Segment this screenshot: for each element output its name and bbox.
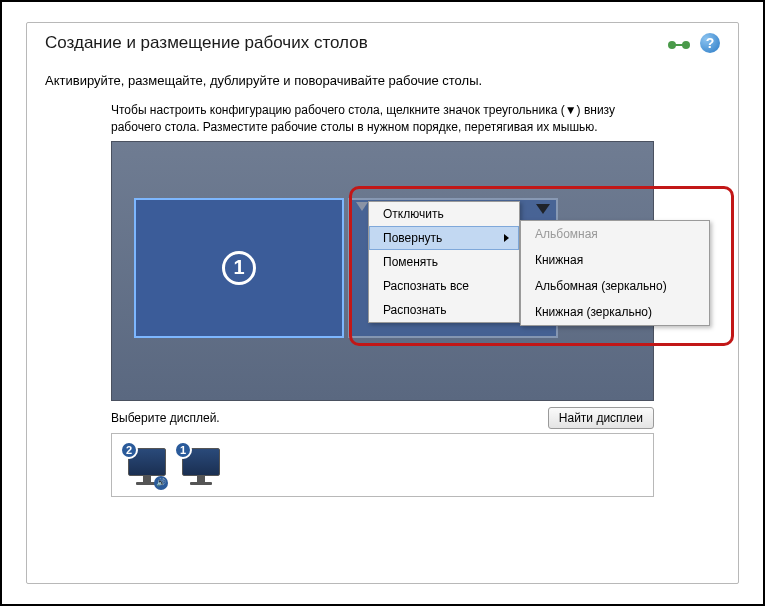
chevron-down-icon[interactable] [536, 204, 550, 214]
window-header: Создание и размещение рабочих столов ? [27, 23, 738, 59]
display-number-badge: 2 [120, 441, 138, 459]
submenu-arrow-icon [504, 234, 509, 242]
chevron-down-icon [356, 202, 368, 211]
display-number-badge: 1 [174, 441, 192, 459]
menu-item-swap[interactable]: Поменять [369, 250, 519, 274]
monitor-number-badge: 1 [222, 251, 256, 285]
desktop-monitor-1[interactable]: 1 [134, 198, 344, 338]
menu-item-identify-all[interactable]: Распознать все [369, 274, 519, 298]
submenu-item-portrait[interactable]: Книжная [521, 247, 709, 273]
page-title: Создание и размещение рабочих столов [45, 33, 668, 53]
find-displays-button[interactable]: Найти дисплеи [548, 407, 654, 429]
rotate-submenu: Альбомная Книжная Альбомная (зеркально) … [520, 220, 710, 326]
select-display-label: Выберите дисплей. [111, 411, 548, 425]
submenu-item-landscape: Альбомная [521, 221, 709, 247]
page-subtitle: Активируйте, размещайте, дублируйте и по… [27, 59, 738, 88]
context-menu: Отключить Повернуть Поменять Распознать … [368, 201, 520, 323]
home-theater-icon[interactable] [668, 36, 690, 50]
menu-item-identify[interactable]: Распознать [369, 298, 519, 322]
submenu-item-landscape-flipped[interactable]: Альбомная (зеркально) [521, 273, 709, 299]
display-thumb-1[interactable]: 1 [172, 439, 224, 491]
menu-item-disable[interactable]: Отключить [369, 202, 519, 226]
audio-icon: 🔊 [154, 476, 168, 490]
display-thumb-2[interactable]: 2 🔊 [118, 439, 170, 491]
submenu-item-portrait-flipped[interactable]: Книжная (зеркально) [521, 299, 709, 325]
menu-item-rotate[interactable]: Повернуть [369, 226, 519, 250]
page-description: Чтобы настроить конфигурацию рабочего ст… [27, 88, 738, 141]
display-selector-box: 2 🔊 1 [111, 433, 654, 497]
help-icon[interactable]: ? [700, 33, 720, 53]
